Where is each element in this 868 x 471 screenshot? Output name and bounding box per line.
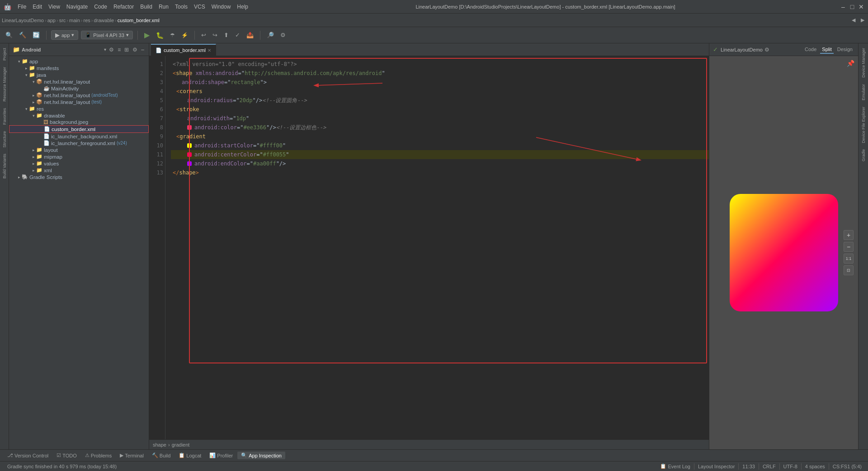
menu-edit[interactable]: Edit <box>30 3 45 11</box>
project-cog-button[interactable]: ⚙ <box>108 46 115 54</box>
gradle-icon[interactable]: Gradle <box>860 146 867 164</box>
app-logo: 🤖 <box>4 3 11 10</box>
breadcrumb-project[interactable]: LinearLayoutDemo <box>2 18 44 23</box>
menu-build[interactable]: Build <box>137 3 155 11</box>
logcat-button[interactable]: 📋 Logcat <box>175 452 205 459</box>
tree-item-mainactivity[interactable]: ☕ MainActivity <box>9 85 149 92</box>
terminal-icon: ▶ <box>120 452 123 458</box>
crlf-item[interactable]: CRLF <box>760 464 778 469</box>
tree-item-custom-border[interactable]: 📄 custom_border.xml <box>9 125 149 133</box>
vcs-update[interactable]: ⬆ <box>222 31 231 39</box>
tree-item-gradle[interactable]: ▸ 🐘 Gradle Scripts <box>9 174 149 180</box>
redo-button[interactable]: ↪ <box>211 31 219 39</box>
zoom-fit-button[interactable]: 1:1 <box>844 254 854 264</box>
preview-zoom-controls: + − 1:1 ⊡ <box>844 230 854 275</box>
device-file-explorer-icon[interactable]: Device File Explorer <box>860 104 867 146</box>
breadcrumb-src[interactable]: src <box>59 18 66 23</box>
menu-navigate[interactable]: Navigate <box>64 3 90 11</box>
minimize-button[interactable]: – <box>840 4 846 10</box>
project-icon[interactable]: Project <box>1 45 8 63</box>
profiler-button[interactable]: 📊 Profiler <box>206 452 236 459</box>
menu-window[interactable]: Window <box>209 3 234 11</box>
event-log-item[interactable]: 📋 Event Log <box>657 463 693 469</box>
tree-item-androidtest[interactable]: ▸ 📦 net.hxl.linear_layout (androidTest) <box>9 92 149 99</box>
build-tool-button[interactable]: 🔨 Build <box>148 452 174 459</box>
tree-item-values[interactable]: ▸ 📁 values <box>9 160 149 167</box>
profile-button[interactable]: ⚡ <box>179 31 190 39</box>
menu-code[interactable]: Code <box>91 3 110 11</box>
charset-item[interactable]: UTF-8 <box>781 464 800 469</box>
menu-help[interactable]: Help <box>234 3 251 11</box>
breadcrumb-main[interactable]: main <box>69 18 80 23</box>
tree-item-package[interactable]: ▾ 📦 net.hxl.linear_layout <box>9 78 149 85</box>
project-settings-button[interactable]: ⚙ <box>132 46 138 54</box>
sync-button[interactable]: 🔄 <box>31 31 42 39</box>
menu-refactor[interactable]: Refactor <box>111 3 137 11</box>
project-sort-button[interactable]: ≡ <box>117 46 122 54</box>
run-config-selector[interactable]: ▶ app ▾ <box>51 30 78 40</box>
menu-run[interactable]: Run <box>156 3 171 11</box>
tree-item-ic-launcher-bg[interactable]: 📄 ic_launcher_background.xml <box>9 133 149 140</box>
version-control-button[interactable]: ⎇ Version Control <box>4 452 52 459</box>
separator3 <box>194 31 195 40</box>
zoom-in-button[interactable]: + <box>844 230 854 240</box>
run-button[interactable]: ▶ <box>142 30 151 40</box>
code-view-btn[interactable]: Code <box>803 46 818 54</box>
layout-inspector-item[interactable]: Layout Inspector <box>695 464 737 469</box>
build-variants-icon[interactable]: Build Variants <box>1 151 8 181</box>
tree-item-ic-launcher-fg[interactable]: 📄 ic_launcher_foreground.xml (v24) <box>9 140 149 146</box>
editor-tab-custom-border[interactable]: 📄 custom_border.xml ✕ <box>151 44 216 56</box>
code-body[interactable]: <?xml version="1.0" encoding="utf-8"?> <… <box>165 56 709 439</box>
menu-file[interactable]: File <box>15 3 29 11</box>
tree-item-drawable[interactable]: ▾ 📁 drawable <box>9 112 149 119</box>
resource-manager-icon[interactable]: Resource Manager <box>1 64 8 104</box>
zoom-frame-button[interactable]: ⊡ <box>844 265 854 275</box>
back-button[interactable]: ◀ <box>850 16 857 24</box>
zoom-out-button[interactable]: − <box>844 242 854 252</box>
device-manager-icon[interactable]: Device Manager <box>860 45 867 80</box>
emulator-icon[interactable]: Emulator <box>860 81 867 103</box>
build-button[interactable]: 🔨 <box>17 31 28 39</box>
breadcrumb-res[interactable]: res <box>84 18 90 23</box>
close-button[interactable]: ✕ <box>858 4 864 10</box>
design-view-btn[interactable]: Design <box>835 46 854 54</box>
structure-icon[interactable]: Structure <box>1 128 8 151</box>
settings-button[interactable]: ⚙ <box>278 31 288 39</box>
search-button[interactable]: 🔎 <box>265 31 276 39</box>
menu-tools[interactable]: Tools <box>172 3 190 11</box>
app-inspection-button[interactable]: 🔍 App Inspection <box>237 452 285 459</box>
tree-item-java[interactable]: ▾ 📁 java <box>9 71 149 78</box>
breadcrumb-drawable[interactable]: drawable <box>94 18 114 23</box>
tree-item-layout[interactable]: ▸ 📁 layout <box>9 146 149 153</box>
forward-button[interactable]: ▶ <box>859 16 866 24</box>
menu-view[interactable]: View <box>46 3 63 11</box>
todo-button[interactable]: ☑ TODO <box>53 452 80 459</box>
device-selector[interactable]: 📱 Pixel 4 API 33 ▾ <box>81 31 133 39</box>
problems-button[interactable]: ⚠ Problems <box>81 452 115 459</box>
tree-item-res[interactable]: ▾ 📁 res <box>9 105 149 112</box>
project-filter-button[interactable]: ⊞ <box>123 46 130 54</box>
split-view-btn active[interactable]: Split <box>820 46 833 54</box>
vcs-commit[interactable]: ✓ <box>233 31 242 39</box>
tree-item-manifests[interactable]: ▸ 📁 manifests <box>9 65 149 71</box>
tree-item-test[interactable]: ▸ 📦 net.hxl.linear_layout (test) <box>9 99 149 105</box>
tree-item-app[interactable]: ▾ 📁 app <box>9 58 149 65</box>
tree-item-background-jpeg[interactable]: 🖼 background.jpeg <box>9 119 149 125</box>
tab-close-custom-border[interactable]: ✕ <box>208 48 211 53</box>
debug-button[interactable]: 🐛 <box>154 31 165 40</box>
indent-item[interactable]: 4 spaces <box>802 464 828 469</box>
undo-button[interactable]: ↩ <box>199 31 208 39</box>
preview-settings-icon[interactable]: ⚙ <box>764 47 769 53</box>
tree-item-xml[interactable]: ▸ 📁 xml <box>9 167 149 174</box>
favorites-icon[interactable]: Favorites <box>1 105 8 127</box>
project-collapse-button[interactable]: – <box>140 46 145 54</box>
coverage-button[interactable]: ☂ <box>168 31 177 39</box>
menu-vcs[interactable]: VCS <box>191 3 208 11</box>
vcs-push[interactable]: 📤 <box>245 31 255 39</box>
breadcrumb-file[interactable]: custom_border.xml <box>118 18 160 23</box>
search-everywhere-button[interactable]: 🔍 <box>4 31 14 39</box>
breadcrumb-app[interactable]: app <box>47 18 56 23</box>
terminal-button[interactable]: ▶ Terminal <box>116 452 147 459</box>
tree-item-mipmap[interactable]: ▸ 📁 mipmap <box>9 153 149 160</box>
maximize-button[interactable]: □ <box>849 4 855 10</box>
